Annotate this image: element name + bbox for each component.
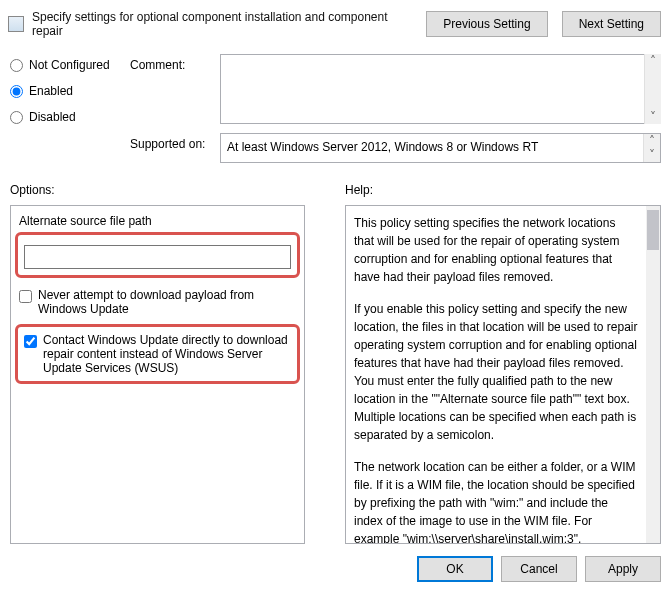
- ok-button[interactable]: OK: [417, 556, 493, 582]
- comment-textarea[interactable]: [220, 54, 661, 124]
- contact-wu-checkbox[interactable]: [24, 335, 37, 348]
- radio-not-configured[interactable]: Not Configured: [10, 58, 130, 72]
- cancel-button[interactable]: Cancel: [501, 556, 577, 582]
- scroll-down-icon: ˅: [649, 148, 655, 162]
- supported-on-value: At least Windows Server 2012, Windows 8 …: [220, 133, 661, 163]
- scroll-up-icon: ˄: [650, 54, 656, 68]
- policy-icon: [8, 16, 24, 32]
- contact-wu-label: Contact Windows Update directly to downl…: [43, 333, 291, 375]
- page-title: Specify settings for optional component …: [32, 10, 412, 38]
- never-download-checkbox[interactable]: [19, 290, 32, 303]
- radio-disabled-label: Disabled: [29, 110, 76, 124]
- help-content: This policy setting specifies the networ…: [354, 214, 652, 544]
- supported-on-text: At least Windows Server 2012, Windows 8 …: [227, 140, 538, 154]
- contact-wu-option[interactable]: Contact Windows Update directly to downl…: [24, 333, 291, 375]
- supported-on-label: Supported on:: [130, 133, 220, 151]
- radio-disabled[interactable]: Disabled: [10, 110, 130, 124]
- next-setting-button[interactable]: Next Setting: [562, 11, 661, 37]
- previous-setting-button[interactable]: Previous Setting: [426, 11, 547, 37]
- options-box: Alternate source file path Never attempt…: [10, 205, 305, 544]
- apply-button[interactable]: Apply: [585, 556, 661, 582]
- radio-not-configured-label: Not Configured: [29, 58, 110, 72]
- contact-wu-highlight: Contact Windows Update directly to downl…: [15, 324, 300, 384]
- alt-path-label: Alternate source file path: [19, 214, 296, 228]
- radio-enabled-input[interactable]: [10, 85, 23, 98]
- alt-path-highlight: [15, 232, 300, 278]
- radio-not-configured-input[interactable]: [10, 59, 23, 72]
- comment-scrollbar[interactable]: ˄ ˅: [644, 54, 661, 124]
- help-paragraph: If you enable this policy setting and sp…: [354, 300, 638, 444]
- comment-label: Comment:: [130, 54, 220, 72]
- alt-path-input[interactable]: [24, 245, 291, 269]
- help-paragraph: The network location can be either a fol…: [354, 458, 638, 544]
- scroll-up-icon: ˄: [649, 134, 655, 148]
- supported-scrollbar[interactable]: ˄ ˅: [643, 134, 660, 162]
- help-scrollbar[interactable]: [646, 206, 660, 543]
- scroll-down-icon: ˅: [650, 110, 656, 124]
- radio-disabled-input[interactable]: [10, 111, 23, 124]
- never-download-option[interactable]: Never attempt to download payload from W…: [19, 288, 296, 316]
- radio-enabled-label: Enabled: [29, 84, 73, 98]
- help-section-label: Help:: [345, 183, 661, 197]
- help-box: This policy setting specifies the networ…: [345, 205, 661, 544]
- radio-enabled[interactable]: Enabled: [10, 84, 130, 98]
- never-download-label: Never attempt to download payload from W…: [38, 288, 296, 316]
- options-section-label: Options:: [10, 183, 305, 197]
- help-paragraph: This policy setting specifies the networ…: [354, 214, 638, 286]
- help-scrollbar-thumb[interactable]: [647, 210, 659, 250]
